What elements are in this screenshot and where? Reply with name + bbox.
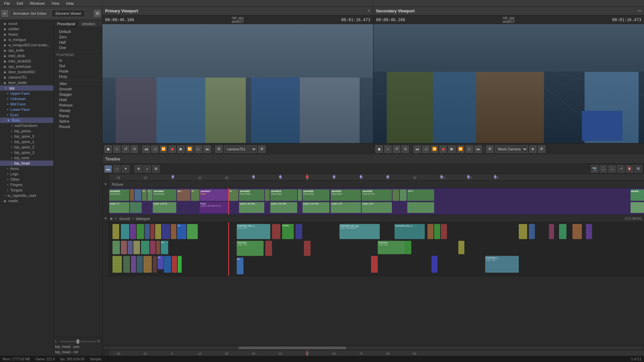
primary-record2-btn[interactable]: ⏺ [169,145,176,153]
secondary-skipback-btn[interactable]: ⏮ [413,145,421,153]
snd-rr-2[interactable] [529,224,535,239]
tree-item-medic[interactable]: ▶ medic [0,198,53,203]
tree-item-heavy[interactable]: ▶ heavy [0,32,53,37]
snd-r3-6[interactable] [153,256,157,273]
tree-item-legs[interactable]: + Legs [0,171,53,177]
shot-mini-2[interactable] [135,189,141,201]
primary-play-btn[interactable]: ▶ [177,145,185,153]
tree-item-camera751[interactable]: ▶ camera751 [0,75,53,80]
ctx-item-out[interactable]: Out [54,63,102,69]
ctx-item-smooth[interactable]: Smooth [54,86,102,92]
snd-r3-1[interactable] [112,256,122,273]
snd-r3-m1[interactable] [371,256,378,273]
snd-after-r2-1[interactable] [265,241,272,256]
snd-r3-9[interactable] [172,256,177,273]
secondary-record2-btn[interactable]: ⏺ [440,145,447,153]
sound-collapse-arrow[interactable]: ▼ [104,217,107,220]
ctx-item-ramp[interactable]: Ramp [54,113,102,119]
ctx-item-hold[interactable]: Hold [54,97,102,102]
tree-item-spy_knife[interactable]: ▶ spy_knife [0,48,53,53]
ctx-item-in[interactable]: In [54,58,102,63]
shot-mini-4[interactable]: sh.. [142,189,147,201]
snd-r2-m1[interactable] [405,241,411,254]
snd-r3-3[interactable] [131,256,136,273]
snd-r3-2[interactable] [123,256,130,273]
snd-r2-m2[interactable] [458,241,464,254]
primary-sync-btn[interactable]: ⊙ [131,145,138,153]
sound-check2[interactable]: ✓ [132,217,135,220]
snd-r3-7[interactable]: #v.. [157,256,164,269]
shot-mini-5[interactable]: s.. [147,189,152,201]
secondary-cam-settings-btn[interactable]: ▼ [529,145,537,153]
snd-blue-1[interactable]: #v.. [177,224,186,239]
shot-sh-4[interactable] [393,189,399,201]
tree-item-other[interactable]: + Other [0,177,53,182]
ctx-item-zero[interactable]: Zero [54,34,102,40]
snd-far-3[interactable] [441,224,447,239]
secondary-skipfwd-btn[interactable]: ⏭ [474,145,482,153]
tree-item-bip_pelvis[interactable]: + bip_pelvis [0,128,53,134]
snd-after-2[interactable] [295,224,302,239]
tl-btn-camera[interactable]: 📷 [591,165,598,173]
sound-section-expand[interactable]: ▶ [109,217,114,220]
shot-block-shot032[interactable]: shot032 Final Ar Pric [362,189,392,201]
shot-block-shot023[interactable]: shot023 Final Anim [270,189,297,201]
tree-item-bip_head[interactable]: + bip_head [0,161,53,166]
tree-item-bip_spine_0[interactable]: + bip_spine_0 [0,134,53,139]
tl-btn-settings[interactable]: ⚙ [635,165,642,173]
tree-item-soldier[interactable]: ▶ soldier [0,26,53,32]
snd-5[interactable] [145,224,150,239]
tree-item-bip_neck[interactable]: + bip_neck [0,155,53,161]
shot-block-shot031[interactable]: shot031 Final Anim [331,189,361,201]
snd-mid-1[interactable] [304,241,311,256]
tab-phoneme[interactable]: phoneme [99,20,102,27]
primary-record-btn[interactable]: ⏺ [104,145,112,153]
secondary-extra-btn[interactable]: ⚙ [538,145,545,153]
shot-mt-block[interactable]: MT... [177,189,190,201]
snd-3[interactable] [130,224,136,239]
shot-sh-5[interactable] [400,189,407,201]
primary-add-btn[interactable]: + [113,145,121,153]
snd-vo-1[interactable]: #vo/meet_the_s... scale 1.00 [237,224,270,239]
ctx-item-jitter[interactable]: Jitter [54,81,102,86]
snd-r2-4[interactable] [133,241,140,254]
shot-block-far1b[interactable] [407,202,434,213]
ctx-item-spline[interactable]: Spline [54,119,102,124]
tree-item-door_busted002[interactable]: ▶ door_busted002 [0,69,53,75]
secondary-record-btn[interactable]: ⏺ [375,145,383,153]
shot-block-shot025[interactable]: shot025 Final Anim [303,189,329,201]
snd-rr-5[interactable] [572,224,582,239]
shot-block-far-right[interactable]: shot4.. [631,189,644,201]
secondary-settings-btn[interactable]: ⚙ [486,145,494,153]
gear-button[interactable]: ⚙ [94,10,101,17]
snd-r2-8[interactable]: #v.. [161,241,168,254]
tree-item-bip_spine_2[interactable]: + bip_spine_2 [0,144,53,150]
tree-item-spy[interactable]: ▼ spy [0,85,53,91]
snd-r3-m2[interactable] [431,256,438,273]
menu-windows[interactable]: Windows [29,1,46,6]
ctx-item-round[interactable]: Round [54,124,102,129]
secondary-frameback-btn[interactable]: ◁ [422,145,429,153]
primary-viewport-close[interactable]: ✕ [367,9,370,13]
ctx-item-paste[interactable]: Paste [54,69,102,74]
tree-item-rootTransform[interactable]: + rootTransform [0,123,53,128]
menu-view[interactable]: View [50,1,61,6]
tree-item-eyes[interactable]: + Eyes [0,112,53,118]
primary-loop-btn[interactable]: ↺ [122,145,129,153]
shot-block-shot022b[interactable]: scale 1.00 offs... [239,202,264,213]
shot-mini-3[interactable] [130,202,142,213]
snd-r3-voice[interactable]: #v.. [237,258,243,274]
tree-item-w_minigun[interactable]: ▶ w_minigun [0,37,53,42]
tl-btn-move[interactable]: ⊕ [135,165,142,173]
add-button[interactable]: + [1,10,8,17]
tree-item-arms[interactable]: + Arms [0,166,53,171]
tree-item-body[interactable]: ▼ Body [0,118,53,123]
shot-block-shot017[interactable]: shot017 Final [200,189,228,201]
shot-sh-2[interactable]: sh. [229,189,238,201]
shot-block-shot003[interactable]: shot003 Final Anim [109,189,129,201]
menu-file[interactable]: File [3,1,11,6]
snd-r2-1[interactable] [112,241,120,254]
secondary-camera-select[interactable]: Work Camera camera751 [495,145,528,153]
shot-sh-1[interactable]: sh. [191,189,199,201]
snd-vo-m1[interactable]: #vo/mee... scale 1.00. [378,241,405,254]
